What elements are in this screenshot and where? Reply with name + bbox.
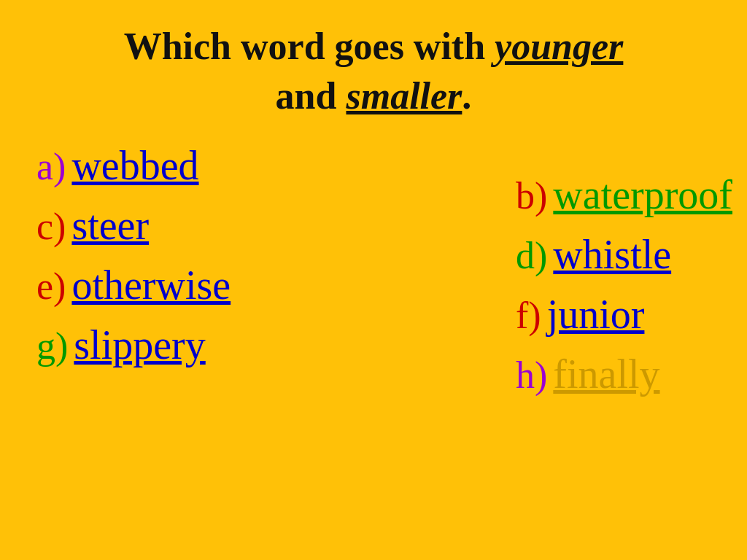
word-d: whistle [553, 231, 671, 278]
answer-e: e) otherwise [36, 262, 231, 308]
title-area: Which word goes with younger and smaller… [124, 22, 624, 120]
letter-e: e) [36, 265, 66, 308]
answer-c: c) steer [36, 202, 231, 249]
letter-c: c) [36, 205, 66, 248]
letter-h: h) [516, 354, 547, 397]
letter-b: b) [516, 174, 547, 217]
word-a: webbed [71, 142, 198, 189]
letter-a: a) [36, 145, 66, 188]
word-f: junior [547, 291, 645, 338]
title-line2: and smaller. [124, 71, 624, 121]
word-g: slippery [74, 322, 205, 368]
word-b: waterproof [553, 171, 732, 218]
answer-g: g) slippery [36, 322, 231, 368]
answers-container: a) webbed c) steer e) otherwise g) slipp… [0, 142, 747, 397]
letter-d: d) [516, 234, 547, 277]
word-h: finally [553, 351, 659, 397]
title-younger: younger [495, 26, 623, 67]
left-column: a) webbed c) steer e) otherwise g) slipp… [15, 142, 231, 397]
letter-f: f) [516, 294, 541, 337]
word-c: steer [71, 202, 149, 249]
answer-d: d) whistle [516, 231, 732, 278]
word-e: otherwise [71, 262, 231, 308]
title-line1: Which word goes with younger [124, 22, 624, 71]
title-smaller: smaller [346, 75, 462, 117]
letter-g: g) [36, 324, 68, 368]
right-column: b) waterproof d) whistle f) junior h) fi… [472, 142, 732, 397]
answer-a: a) webbed [36, 142, 231, 189]
answer-h: h) finally [516, 351, 732, 397]
answer-b: b) waterproof [516, 171, 732, 218]
answer-f: f) junior [516, 291, 732, 338]
